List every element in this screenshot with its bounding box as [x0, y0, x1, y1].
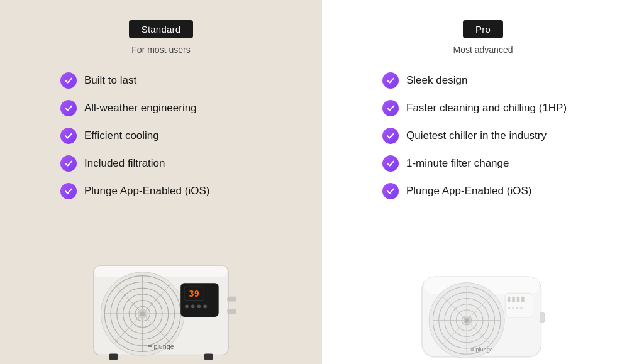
svg-point-19 [191, 304, 195, 308]
list-item: Built to last [60, 72, 262, 89]
feature-text: Quietest chiller in the industry [406, 130, 547, 142]
svg-rect-26 [227, 309, 236, 314]
check-icon [382, 128, 399, 144]
svg-point-47 [508, 307, 511, 309]
standard-features-list: Built to lastAll-weather engineeringEffi… [60, 72, 262, 211]
feature-text: 1-minute filter change [406, 157, 509, 170]
standard-panel: Standard For most users Built to lastAll… [0, 0, 322, 364]
feature-text: Faster cleaning and chilling (1HP) [406, 102, 567, 114]
pro-product-image: ≡ plunge [322, 232, 644, 364]
check-icon [60, 100, 77, 116]
svg-point-14 [140, 311, 145, 316]
list-item: Plunge App-Enabled (iOS) [60, 183, 262, 199]
pro-panel: Pro Most advanced Sleek designFaster cle… [322, 0, 644, 364]
pro-subtitle: Most advanced [453, 45, 513, 55]
check-icon [382, 100, 399, 116]
feature-text: Included filtration [84, 157, 165, 170]
check-icon [382, 155, 399, 172]
list-item: Faster cleaning and chilling (1HP) [382, 100, 584, 116]
standard-subtitle: For most users [131, 45, 190, 55]
list-item: Sleek design [382, 72, 584, 89]
svg-rect-52 [540, 313, 545, 323]
check-icon [60, 183, 77, 199]
svg-point-18 [185, 304, 189, 308]
list-item: Quietest chiller in the industry [382, 128, 584, 144]
pro-chiller-svg: ≡ plunge [411, 248, 555, 364]
svg-rect-46 [521, 297, 525, 302]
svg-point-50 [520, 307, 523, 309]
svg-rect-44 [512, 297, 515, 302]
svg-rect-22 [109, 353, 118, 360]
standard-badge: Standard [129, 20, 193, 38]
list-item: Plunge App-Enabled (iOS) [382, 183, 584, 199]
standard-product-image: 39 ≡ plunge [0, 232, 322, 364]
svg-point-41 [465, 319, 469, 323]
feature-text: Built to last [84, 74, 136, 87]
check-icon [60, 128, 77, 144]
list-item: All-weather engineering [60, 100, 262, 116]
pro-badge: Pro [463, 20, 503, 38]
svg-rect-45 [517, 297, 520, 302]
list-item: Efficient cooling [60, 128, 262, 144]
feature-text: Efficient cooling [84, 130, 159, 142]
svg-rect-1 [95, 266, 228, 277]
check-icon [382, 72, 399, 89]
list-item: Included filtration [60, 155, 262, 172]
svg-point-49 [516, 307, 519, 309]
pro-features-list: Sleek designFaster cleaning and chilling… [382, 72, 584, 211]
check-icon [382, 183, 399, 199]
svg-point-48 [512, 307, 514, 309]
check-icon [60, 155, 77, 172]
list-item: 1-minute filter change [382, 155, 584, 172]
feature-text: All-weather engineering [84, 102, 197, 114]
svg-point-20 [197, 304, 201, 308]
svg-text:≡ plunge: ≡ plunge [470, 346, 493, 353]
feature-text: Plunge App-Enabled (iOS) [84, 185, 209, 197]
svg-text:≡ plunge: ≡ plunge [148, 343, 174, 350]
feature-text: Sleek design [406, 74, 467, 87]
svg-rect-25 [227, 297, 236, 302]
standard-chiller-svg: 39 ≡ plunge [79, 241, 243, 364]
svg-rect-43 [508, 297, 511, 302]
feature-text: Plunge App-Enabled (iOS) [406, 185, 531, 197]
svg-point-21 [203, 304, 207, 308]
check-icon [60, 72, 77, 89]
svg-text:39: 39 [189, 289, 199, 299]
svg-rect-23 [204, 353, 213, 360]
